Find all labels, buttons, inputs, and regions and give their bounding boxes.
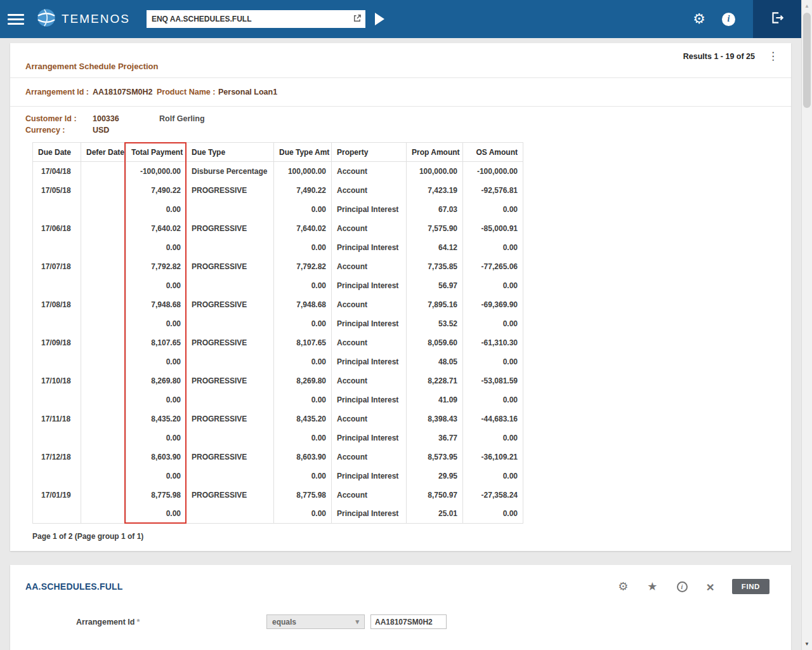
table-cell: Account xyxy=(332,409,407,428)
table-cell: -85,000.91 xyxy=(463,219,523,238)
table-row: 17/04/18-100,000.00Disburse Percentage10… xyxy=(33,162,523,181)
criteria-title: AA.SCHEDULES.FULL xyxy=(25,581,123,592)
table-cell: -53,081.59 xyxy=(463,371,523,390)
launch-icon[interactable] xyxy=(352,13,362,25)
table-row: 17/08/187,948.68PROGRESSIVE7,948.68Accou… xyxy=(33,295,523,314)
table-cell: Account xyxy=(332,181,407,200)
find-button[interactable]: FIND xyxy=(732,579,769,594)
criteria-info-icon[interactable]: i xyxy=(677,581,688,592)
criteria-settings-icon[interactable]: ⚙ xyxy=(618,581,628,592)
table-cell xyxy=(81,333,126,352)
table-cell: 0.00 xyxy=(126,390,187,409)
top-bar: TEMENOS ⚙ i xyxy=(0,0,801,38)
table-cell: 8,775.98 xyxy=(274,486,332,505)
table-cell xyxy=(187,276,274,295)
table-row: 17/05/187,490.22PROGRESSIVE7,490.22Accou… xyxy=(33,181,523,200)
table-cell xyxy=(81,428,126,448)
table-cell xyxy=(81,181,126,200)
column-header-due-type[interactable]: Due Type xyxy=(187,143,274,162)
scroll-down-icon[interactable]: ▼ xyxy=(802,641,812,647)
logout-icon xyxy=(769,10,785,29)
customer-id-label: Customer Id : xyxy=(25,113,93,124)
table-cell: 0.00 xyxy=(463,352,523,371)
table-cell: 64.12 xyxy=(407,238,463,257)
table-cell xyxy=(81,276,126,295)
pagination-info: Page 1 of 2 (Page group 1 of 1) xyxy=(10,524,791,551)
table-cell xyxy=(33,505,81,524)
column-header-prop-amount[interactable]: Prop Amount xyxy=(407,143,463,162)
table-cell: 0.00 xyxy=(274,505,332,524)
table-cell xyxy=(81,409,126,428)
table-cell: Account xyxy=(332,295,407,314)
schedule-header-row: Due DateDefer DateTotal PaymentDue TypeD… xyxy=(33,143,523,162)
table-cell: -92,576.81 xyxy=(463,181,523,200)
column-header-defer-date[interactable]: Defer Date xyxy=(81,143,126,162)
column-header-due-type-amt[interactable]: Due Type Amt xyxy=(274,143,332,162)
table-cell: 7,640.02 xyxy=(274,219,332,238)
table-cell: Principal Interest xyxy=(332,467,407,486)
table-cell xyxy=(33,314,81,333)
table-cell xyxy=(187,428,274,448)
table-row: 17/01/198,775.98PROGRESSIVE8,775.98Accou… xyxy=(33,486,523,505)
table-cell: 0.00 xyxy=(126,428,187,448)
criteria-value-input[interactable] xyxy=(370,614,447,629)
column-header-due-date[interactable]: Due Date xyxy=(33,143,81,162)
table-cell: 7,948.68 xyxy=(126,295,187,314)
table-cell xyxy=(81,467,126,486)
table-row: 17/06/187,640.02PROGRESSIVE7,640.02Accou… xyxy=(33,219,523,238)
scrollbar-thumb[interactable] xyxy=(803,13,811,108)
table-cell: Principal Interest xyxy=(332,276,407,295)
table-cell: Account xyxy=(332,448,407,467)
table-cell: 7,640.02 xyxy=(126,219,187,238)
table-cell: 17/05/18 xyxy=(33,181,81,200)
table-cell: 17/06/18 xyxy=(33,219,81,238)
table-cell: 0.00 xyxy=(463,467,523,486)
settings-gear-icon[interactable]: ⚙ xyxy=(693,12,705,26)
close-icon[interactable]: × xyxy=(707,580,714,594)
currency-label: Currency : xyxy=(25,124,93,136)
table-cell: 0.00 xyxy=(463,238,523,257)
table-cell: 0.00 xyxy=(126,352,187,371)
table-cell: 25.01 xyxy=(407,505,463,524)
logout-button[interactable] xyxy=(753,0,801,38)
table-cell: 7,490.22 xyxy=(274,181,332,200)
table-cell: PROGRESSIVE xyxy=(187,333,274,352)
table-cell: 7,490.22 xyxy=(126,181,187,200)
table-cell xyxy=(81,200,126,219)
table-cell: -36,109.21 xyxy=(463,448,523,467)
table-cell: 0.00 xyxy=(274,467,332,486)
table-cell: 0.00 xyxy=(274,276,332,295)
table-row: 17/10/188,269.80PROGRESSIVE8,269.80Accou… xyxy=(33,371,523,390)
table-cell xyxy=(81,352,126,371)
table-cell: 53.52 xyxy=(407,314,463,333)
column-header-total-payment[interactable]: Total Payment xyxy=(126,143,187,162)
table-cell xyxy=(187,200,274,219)
temenos-logo: TEMENOS xyxy=(37,8,130,30)
table-cell: Account xyxy=(332,219,407,238)
table-cell: 17/08/18 xyxy=(33,295,81,314)
table-row: 0.000.00Principal Interest41.090.00 xyxy=(33,390,523,409)
hamburger-menu-icon[interactable] xyxy=(8,11,24,27)
favorite-star-icon[interactable]: ★ xyxy=(647,581,657,592)
table-cell: 0.00 xyxy=(126,467,187,486)
command-input[interactable] xyxy=(152,15,352,23)
run-command-icon[interactable] xyxy=(375,13,384,25)
table-cell: Principal Interest xyxy=(332,505,407,524)
table-cell: PROGRESSIVE xyxy=(187,295,274,314)
table-cell: -100,000.00 xyxy=(126,162,187,181)
table-cell xyxy=(33,238,81,257)
table-cell xyxy=(187,390,274,409)
table-cell: 41.09 xyxy=(407,390,463,409)
operator-select[interactable]: equals ▾ xyxy=(266,614,365,629)
more-options-icon[interactable]: ⋮ xyxy=(768,52,778,61)
table-cell: 0.00 xyxy=(126,276,187,295)
table-cell: 0.00 xyxy=(463,314,523,333)
table-cell: 0.00 xyxy=(274,314,332,333)
table-cell: PROGRESSIVE xyxy=(187,181,274,200)
scroll-up-icon[interactable]: ▲ xyxy=(802,3,812,9)
enquiry-result-panel: Arrangement Schedule Projection Results … xyxy=(10,43,791,551)
column-header-property[interactable]: Property xyxy=(332,143,407,162)
info-icon[interactable]: i xyxy=(722,13,735,26)
vertical-scrollbar[interactable]: ▲ ▼ xyxy=(801,0,812,650)
column-header-os-amount[interactable]: OS Amount xyxy=(463,143,523,162)
